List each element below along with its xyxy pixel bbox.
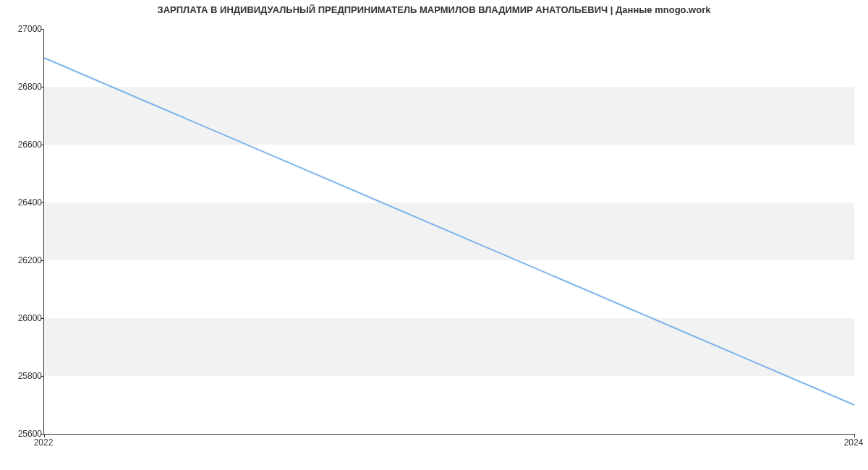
y-tick-label: 27000 [6,24,42,34]
line-series [44,29,854,434]
chart-container: ЗАРПЛАТА В ИНДИВИДУАЛЬНЫЙ ПРЕДПРИНИМАТЕЛ… [0,0,868,470]
y-tick-label: 26200 [6,255,42,265]
y-tick-label: 26000 [6,313,42,323]
y-tick-label: 26600 [6,140,42,150]
y-tick-label: 26800 [6,82,42,92]
chart-title: ЗАРПЛАТА В ИНДИВИДУАЛЬНЫЙ ПРЕДПРИНИМАТЕЛ… [0,4,868,15]
plot-area [43,29,854,435]
y-tick-label: 26400 [6,197,42,208]
x-tick-label: 2022 [34,437,54,448]
y-tick-label: 25800 [6,371,42,381]
x-tick-label: 2024 [844,437,864,448]
